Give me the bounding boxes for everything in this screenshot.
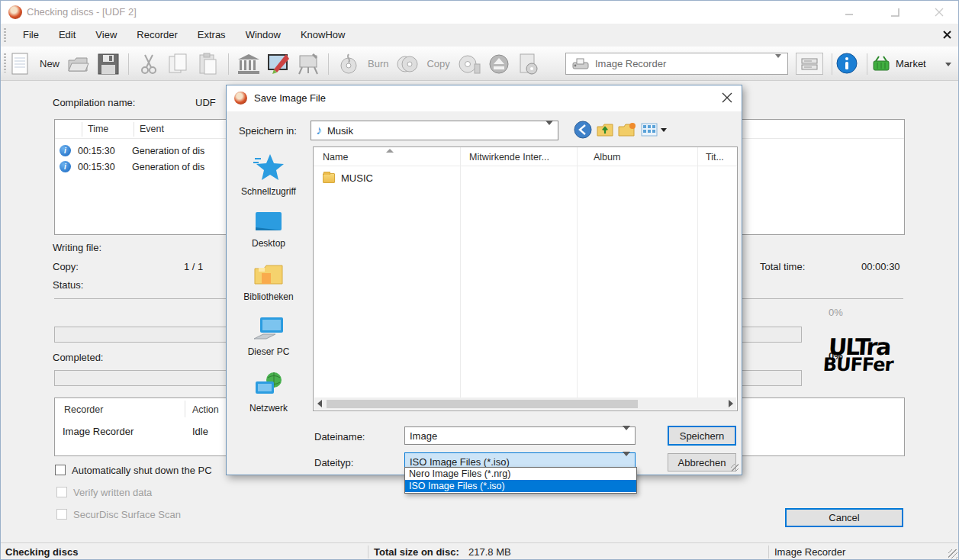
cut-icon[interactable] bbox=[137, 51, 161, 77]
log-row: i 00:15:30 Generation of dis bbox=[60, 145, 204, 156]
close-button[interactable] bbox=[926, 1, 952, 24]
copy-disc-icon[interactable] bbox=[395, 51, 420, 77]
recorder-select-value: Image Recorder bbox=[595, 58, 666, 69]
menu-window[interactable]: Window bbox=[236, 24, 291, 47]
log-column-event[interactable]: Event bbox=[140, 124, 164, 134]
menu-extras[interactable]: Extras bbox=[188, 24, 236, 47]
log-event: Generation of dis bbox=[132, 162, 204, 172]
libraries-folder-icon bbox=[253, 262, 284, 287]
burn-button-label[interactable]: Burn bbox=[368, 58, 388, 69]
open-icon[interactable] bbox=[66, 51, 91, 77]
menu-recorder[interactable]: Recorder bbox=[127, 24, 187, 47]
back-button[interactable] bbox=[574, 121, 592, 139]
horizontal-scrollbar[interactable] bbox=[314, 397, 736, 410]
save-in-select[interactable]: ♪ Musik bbox=[311, 121, 558, 140]
shutdown-checkbox[interactable] bbox=[55, 465, 66, 475]
copy-value: 1 / 1 bbox=[184, 261, 203, 272]
paste-icon[interactable] bbox=[196, 51, 220, 77]
eject-icon[interactable] bbox=[487, 51, 511, 77]
menu-knowhow[interactable]: KnowHow bbox=[291, 24, 356, 47]
log-row: i 00:15:30 Generation of dis bbox=[60, 161, 204, 172]
dialog-title-bar: Save Image File bbox=[227, 85, 742, 111]
recorder-row-name: Image Recorder bbox=[63, 426, 134, 437]
scroll-left-icon[interactable] bbox=[317, 400, 322, 407]
sidebar-item-label: Bibliotheken bbox=[243, 291, 293, 302]
recorder-select[interactable]: Image Recorder bbox=[565, 53, 788, 75]
window-title: Checking discs - [UDF 2] bbox=[27, 1, 137, 24]
title-bar: Checking discs - [UDF 2] bbox=[1, 1, 959, 24]
scroll-right-icon[interactable] bbox=[729, 400, 733, 407]
toolbar-separator bbox=[128, 53, 129, 75]
filetype-option-nrg[interactable]: Nero Image Files (*.nrg) bbox=[405, 468, 636, 480]
burn-icon[interactable] bbox=[336, 51, 361, 77]
library-icon[interactable] bbox=[237, 51, 261, 77]
toolbar-separator bbox=[867, 53, 867, 75]
column-separator bbox=[577, 147, 578, 398]
shutdown-checkbox-label[interactable]: Automatically shut down the PC bbox=[72, 465, 212, 476]
market-button-label: Market bbox=[896, 58, 926, 69]
cover-designer-icon[interactable] bbox=[266, 51, 291, 77]
copy-button-label[interactable]: Copy bbox=[426, 58, 449, 69]
sidebar-item-label: Netzwerk bbox=[249, 403, 288, 414]
sidebar-item-libraries[interactable]: Bibliotheken bbox=[229, 262, 309, 302]
folder-icon bbox=[323, 173, 335, 183]
toolbar-overflow-icon[interactable] bbox=[945, 66, 951, 78]
up-one-level-button[interactable] bbox=[597, 121, 613, 138]
drive-list-button[interactable] bbox=[796, 53, 823, 75]
sidebar-item-quick-access[interactable]: Schnellzugriff bbox=[229, 153, 309, 197]
sidebar-item-desktop[interactable]: Desktop bbox=[229, 211, 309, 249]
log-column-time[interactable]: Time bbox=[88, 124, 108, 134]
recorder-column[interactable]: Recorder bbox=[64, 404, 103, 415]
view-menu-button[interactable] bbox=[641, 121, 667, 138]
column-name[interactable]: Name bbox=[323, 152, 348, 163]
status-label: Status: bbox=[53, 279, 83, 291]
document-close-icon[interactable] bbox=[943, 31, 952, 42]
statusbar-device: Image Recorder bbox=[774, 546, 845, 558]
new-folder-button[interactable] bbox=[618, 121, 636, 138]
filename-input[interactable]: Image bbox=[404, 426, 636, 445]
column-separator bbox=[460, 147, 461, 398]
market-button[interactable]: Market bbox=[872, 51, 948, 76]
new-compilation-icon[interactable] bbox=[8, 51, 33, 77]
filetype-label: Dateityp: bbox=[314, 457, 353, 468]
action-column[interactable]: Action bbox=[192, 404, 219, 415]
sidebar-item-this-pc[interactable]: Dieser PC bbox=[229, 316, 309, 357]
dialog-close-icon[interactable] bbox=[722, 92, 732, 105]
save-icon[interactable] bbox=[96, 51, 121, 77]
toolbar-grip[interactable] bbox=[4, 53, 6, 72]
cancel-button[interactable]: Cancel bbox=[785, 508, 903, 527]
info-button[interactable] bbox=[835, 52, 858, 75]
disc-folder-icon[interactable] bbox=[517, 51, 541, 77]
dialog-cancel-button[interactable]: Abbrechen bbox=[668, 453, 736, 471]
copy-doc-icon[interactable] bbox=[166, 51, 191, 77]
menu-file[interactable]: File bbox=[13, 24, 49, 47]
music-note-icon: ♪ bbox=[316, 124, 322, 137]
writing-file-label: Writing file: bbox=[53, 242, 101, 253]
sidebar-item-network[interactable]: Netzwerk bbox=[229, 371, 309, 414]
new-button-label[interactable]: New bbox=[40, 58, 60, 69]
menu-edit[interactable]: Edit bbox=[49, 24, 85, 47]
disc-size-label: Total size on disc: bbox=[374, 546, 459, 558]
save-button[interactable]: Speichern bbox=[668, 426, 736, 446]
column-title[interactable]: Tit... bbox=[706, 152, 724, 163]
file-list-item-music[interactable]: MUSIC bbox=[323, 172, 373, 184]
minimize-button[interactable] bbox=[836, 1, 862, 24]
dialog-resize-grip[interactable] bbox=[731, 464, 739, 471]
window-resize-grip[interactable] bbox=[948, 549, 957, 558]
maximize-button[interactable] bbox=[882, 1, 908, 24]
securdisc-checkbox bbox=[56, 509, 67, 520]
easel-icon[interactable] bbox=[296, 51, 320, 77]
scrollbar-thumb[interactable] bbox=[327, 400, 638, 408]
menu-view[interactable]: View bbox=[85, 24, 127, 47]
log-time: 00:15:30 bbox=[78, 146, 125, 156]
disc-info-icon[interactable] bbox=[457, 51, 481, 77]
file-name: MUSIC bbox=[341, 172, 373, 184]
filetype-option-iso[interactable]: ISO Image Files (*.iso) bbox=[405, 480, 636, 492]
column-separator bbox=[697, 147, 698, 398]
column-album[interactable]: Album bbox=[594, 152, 620, 163]
statusbar-separator bbox=[768, 546, 769, 558]
info-icon: i bbox=[60, 145, 71, 156]
securdisc-checkbox-label: SecurDisc Surface Scan bbox=[73, 509, 181, 520]
column-artists[interactable]: Mitwirkende Inter... bbox=[469, 152, 549, 163]
menubar-grip[interactable] bbox=[4, 28, 6, 42]
